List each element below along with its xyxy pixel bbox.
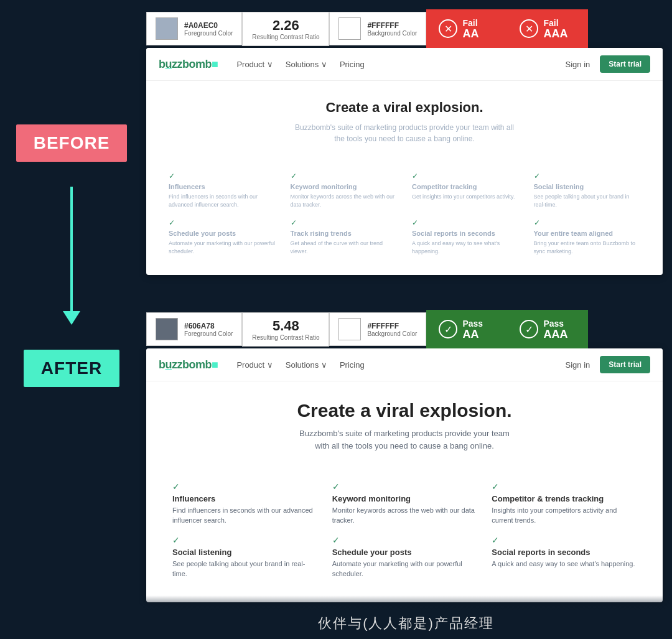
after-contrast-bar: #606A78 Foreground Color 5.48 Resulting … — [146, 310, 663, 348]
before-nav-solutions[interactable]: Solutions ∨ — [286, 60, 327, 69]
before-feature-item: ✓ Social reports in seconds A quick and … — [404, 213, 526, 260]
before-nav-links: Product ∨ Solutions ∨ Pricing — [236, 60, 565, 69]
after-nav-links: Product ∨ Solutions ∨ Pricing — [236, 360, 565, 370]
after-features-grid: ✓ Influencers Find influencers in second… — [146, 464, 663, 602]
after-aaa-level: AAA — [543, 329, 567, 340]
feature-check: ✓ — [492, 535, 637, 545]
before-fail-aaa-icon: ✕ — [520, 19, 538, 38]
feature-desc: Find influencers in seconds with our adv… — [172, 506, 317, 525]
feature-check: ✓ — [412, 172, 519, 180]
before-background-box: #FFFFFF Background Color — [329, 12, 426, 45]
side-panel: BEFORE AFTER — [0, 0, 143, 639]
before-ratio-number: 2.26 — [273, 17, 299, 34]
before-foreground-info: #A0AEC0 Foreground Color — [184, 21, 233, 37]
feature-desc: Monitor keywords across the web with our… — [332, 506, 477, 525]
after-foreground-hex: #606A78 — [184, 322, 233, 330]
arrow-line — [70, 187, 73, 311]
before-hero-subtitle: Buzzbomb's suite of marketing products p… — [292, 122, 516, 144]
feature-desc: Monitor keywords across the web with our… — [291, 193, 398, 208]
after-nav: buzzbomb■ Product ∨ Solutions ∨ Pricing … — [146, 348, 663, 381]
after-foreground-swatch — [156, 318, 178, 340]
after-signin[interactable]: Sign in — [566, 360, 590, 370]
feature-check: ✓ — [172, 482, 317, 492]
before-cta[interactable]: Start trial — [600, 55, 650, 73]
after-feature-item: ✓ Influencers Find influencers in second… — [165, 477, 325, 530]
before-badge-aaa-text: Fail AAA — [543, 18, 567, 39]
feature-check: ✓ — [291, 172, 398, 180]
before-hero-title: Create a viral explosion. — [171, 100, 638, 116]
before-contrast-bar: #A0AEC0 Foreground Color 2.26 Resulting … — [146, 9, 663, 48]
before-feature-item: ✓ Keyword monitoring Monitor keywords ac… — [283, 167, 405, 213]
feature-title: Influencers — [172, 494, 317, 503]
after-cta[interactable]: Start trial — [600, 356, 650, 373]
feature-title: Influencers — [169, 183, 276, 190]
before-feature-item: ✓ Social listening See people talking ab… — [526, 167, 648, 213]
feature-title: Social reports in seconds — [492, 548, 637, 557]
after-aa-status: Pass — [462, 319, 483, 329]
after-background-box: #FFFFFF Background Color — [329, 312, 426, 346]
after-aaa-status: Pass — [543, 319, 567, 329]
before-signin[interactable]: Sign in — [566, 60, 590, 69]
before-label: BEFORE — [16, 124, 128, 162]
feature-check: ✓ — [169, 218, 276, 227]
feature-title: Social listening — [172, 548, 317, 557]
feature-check: ✓ — [534, 218, 641, 227]
before-nav-actions: Sign in Start trial — [566, 55, 650, 73]
after-nav-solutions[interactable]: Solutions ∨ — [286, 360, 327, 370]
before-logo: buzzbomb■ — [159, 58, 218, 71]
before-hero: Create a viral explosion. Buzzbomb's sui… — [146, 81, 663, 157]
before-background-info: #FFFFFF Background Color — [367, 21, 417, 37]
after-badge-aaa: ✓ Pass AAA — [507, 310, 588, 348]
feature-check: ✓ — [332, 535, 477, 545]
before-badge-aaa: ✕ Fail AAA — [507, 9, 588, 48]
after-nav-pricing[interactable]: Pricing — [340, 360, 365, 370]
after-foreground-info: #606A78 Foreground Color — [184, 322, 233, 337]
after-pass-aaa-icon: ✓ — [520, 320, 538, 338]
before-feature-item: ✓ Influencers Find influencers in second… — [161, 167, 283, 213]
before-badge-aa-text: Fail AA — [462, 18, 478, 39]
feature-check: ✓ — [169, 172, 276, 180]
after-hero-title: Create a viral explosion. — [171, 400, 638, 421]
before-feature-item: ✓ Your entire team aligned Bring your en… — [526, 213, 648, 260]
feature-title: Competitor & trends tracking — [492, 494, 637, 503]
before-after-arrow — [63, 187, 80, 325]
feature-check: ✓ — [291, 218, 398, 227]
bottom-text: 伙伴与(人人都是)产品经理 — [318, 615, 494, 631]
after-nav-actions: Sign in Start trial — [566, 356, 650, 373]
after-badge-aa-text: Pass AA — [462, 319, 483, 340]
before-aaa-status: Fail — [543, 18, 567, 28]
feature-desc: Automate your marketing with our powerfu… — [332, 559, 477, 579]
after-background-info: #FFFFFF Background Color — [367, 322, 417, 337]
before-background-hex: #FFFFFF — [367, 21, 417, 30]
feature-desc: Get ahead of the curve with our trend vi… — [291, 240, 398, 255]
feature-desc: Get insights into your competitors activ… — [412, 193, 519, 201]
before-nav-pricing[interactable]: Pricing — [340, 60, 365, 69]
before-foreground-box: #A0AEC0 Foreground Color — [146, 12, 242, 45]
after-section: #606A78 Foreground Color 5.48 Resulting … — [146, 310, 663, 602]
before-ratio-box: 2.26 Resulting Contrast Ratio — [242, 12, 329, 46]
before-nav-product[interactable]: Product ∨ — [236, 60, 273, 69]
before-section: #A0AEC0 Foreground Color 2.26 Resulting … — [146, 9, 663, 275]
before-feature-item: ✓ Track rising trends Get ahead of the c… — [283, 213, 405, 260]
after-nav-product[interactable]: Product ∨ — [236, 360, 273, 370]
feature-title: Competitor tracking — [412, 183, 519, 190]
before-background-swatch — [338, 17, 361, 40]
before-nav: buzzbomb■ Product ∨ Solutions ∨ Pricing … — [146, 48, 663, 81]
after-feature-item: ✓ Competitor & trends tracking Insights … — [484, 477, 644, 530]
before-background-label: Background Color — [367, 30, 417, 37]
after-pass-aa-icon: ✓ — [439, 320, 457, 338]
before-fail-aa-icon: ✕ — [439, 19, 457, 38]
after-ratio-number: 5.48 — [273, 318, 299, 334]
after-ratio-label: Resulting Contrast Ratio — [252, 334, 319, 341]
before-badge-aa: ✕ Fail AA — [426, 9, 507, 48]
after-hero-subtitle: Buzzbomb's suite of marketing products p… — [292, 427, 516, 452]
feature-title: Social listening — [534, 183, 641, 190]
before-feature-item: ✓ Schedule your posts Automate your mark… — [161, 213, 283, 260]
after-feature-item: ✓ Keyword monitoring Monitor keywords ac… — [325, 477, 485, 530]
before-foreground-label: Foreground Color — [184, 30, 233, 37]
before-foreground-hex: #A0AEC0 — [184, 21, 233, 30]
before-aa-status: Fail — [462, 18, 478, 28]
before-website-preview: buzzbomb■ Product ∨ Solutions ∨ Pricing … — [146, 48, 663, 275]
feature-desc: A quick and easy way to see what's happe… — [412, 240, 519, 255]
before-aaa-level: AAA — [543, 28, 567, 39]
